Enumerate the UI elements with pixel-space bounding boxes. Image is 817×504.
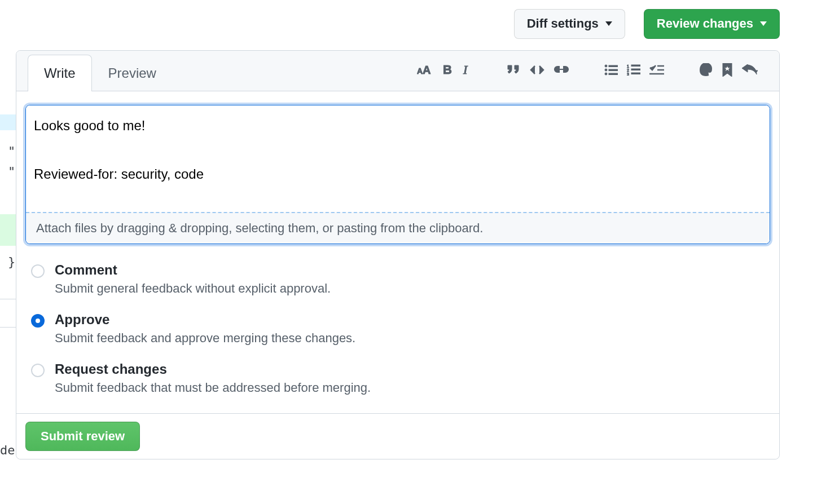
- review-type-options: Comment Submit general feedback without …: [25, 244, 770, 409]
- svg-text:3: 3: [627, 72, 629, 76]
- numbered-list-icon[interactable]: 123: [627, 64, 640, 77]
- reference-icon[interactable]: [722, 63, 733, 78]
- attach-hint[interactable]: Attach files by dragging & dropping, sel…: [26, 212, 770, 244]
- svg-text:I: I: [463, 63, 468, 77]
- svg-point-8: [605, 73, 607, 75]
- option-request-desc: Submit feedback that must be addressed b…: [55, 381, 371, 395]
- italic-icon[interactable]: I: [462, 63, 471, 78]
- tab-write[interactable]: Write: [28, 55, 92, 91]
- svg-text:A: A: [423, 64, 431, 76]
- option-approve-title: Approve: [55, 312, 355, 328]
- option-approve[interactable]: Approve Submit feedback and approve merg…: [31, 304, 765, 353]
- option-comment-title: Comment: [55, 262, 331, 278]
- svg-marker-21: [754, 70, 758, 73]
- code-icon[interactable]: [530, 64, 544, 78]
- chevron-down-icon: [605, 21, 612, 26]
- bg-quote-2: ": [8, 165, 15, 179]
- svg-text:2: 2: [627, 68, 629, 72]
- task-list-icon[interactable]: [649, 64, 664, 77]
- review-panel: Write Preview AA B I: [16, 50, 780, 459]
- review-changes-label: Review changes: [657, 15, 753, 33]
- mention-icon[interactable]: [699, 63, 713, 78]
- option-comment[interactable]: Comment Submit general feedback without …: [31, 254, 765, 304]
- svg-rect-11: [631, 65, 640, 67]
- svg-text:A: A: [417, 67, 423, 76]
- svg-rect-13: [631, 69, 640, 70]
- diff-settings-label: Diff settings: [527, 15, 599, 33]
- svg-rect-5: [609, 65, 618, 67]
- option-comment-desc: Submit general feedback without explicit…: [55, 281, 331, 296]
- option-request-title: Request changes: [55, 361, 371, 377]
- svg-point-4: [605, 65, 607, 67]
- submit-review-button[interactable]: Submit review: [25, 422, 140, 451]
- link-icon[interactable]: [554, 64, 569, 77]
- quote-icon[interactable]: [506, 64, 521, 78]
- bg-code-de: de: [0, 443, 15, 457]
- svg-rect-9: [609, 73, 618, 75]
- bg-brace: }: [8, 255, 15, 269]
- review-changes-button[interactable]: Review changes: [644, 9, 780, 39]
- svg-rect-15: [631, 73, 640, 74]
- radio-comment[interactable]: [31, 264, 45, 278]
- svg-rect-7: [609, 69, 618, 71]
- option-request-changes[interactable]: Request changes Submit feedback that mus…: [31, 353, 765, 403]
- heading-icon[interactable]: AA: [417, 63, 433, 78]
- radio-approve[interactable]: [31, 314, 45, 328]
- bullet-list-icon[interactable]: [604, 64, 618, 77]
- svg-point-6: [605, 69, 607, 71]
- svg-text:1: 1: [627, 64, 629, 68]
- formatting-toolbar: AA B I: [403, 63, 771, 78]
- bold-icon[interactable]: B: [442, 63, 453, 78]
- reply-icon[interactable]: [742, 64, 758, 77]
- diff-settings-button[interactable]: Diff settings: [514, 9, 625, 39]
- tab-row: Write Preview AA B I: [16, 51, 779, 91]
- tab-preview[interactable]: Preview: [92, 55, 173, 91]
- chevron-down-icon: [760, 21, 767, 26]
- comment-box: Attach files by dragging & dropping, sel…: [25, 105, 770, 244]
- comment-textarea[interactable]: [26, 105, 770, 210]
- option-approve-desc: Submit feedback and approve merging thes…: [55, 331, 355, 346]
- radio-request-changes[interactable]: [31, 364, 45, 377]
- svg-text:B: B: [443, 63, 452, 77]
- bg-quote-1: ": [8, 144, 15, 158]
